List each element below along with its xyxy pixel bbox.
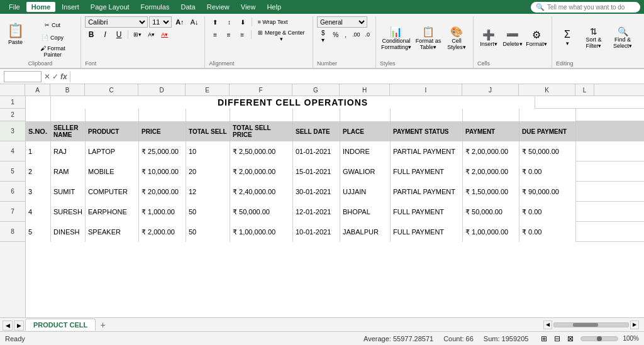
fill-color-button[interactable]: A▾ xyxy=(145,29,157,40)
align-top-button[interactable]: ⬆ xyxy=(209,16,221,28)
cell-b6[interactable]: SUMIT xyxy=(51,182,86,202)
scroll-horizontal-right[interactable]: ▶ xyxy=(630,320,639,329)
cell-d5[interactable]: ₹ 10,000.00 xyxy=(139,162,186,182)
align-middle-button[interactable]: ↕ xyxy=(223,16,235,28)
col-header-d[interactable]: D xyxy=(138,84,186,96)
cell-a7[interactable]: 4 xyxy=(26,202,51,222)
cell-j4[interactable]: ₹ 2,00,000.00 xyxy=(463,141,519,162)
cell-k5[interactable]: ₹ 0.00 xyxy=(519,162,576,182)
col-header-l[interactable]: L xyxy=(575,84,594,96)
add-sheet-button[interactable]: + xyxy=(97,319,109,331)
cell-g4[interactable]: 01-01-2021 xyxy=(293,141,340,162)
cell-h4[interactable]: INDORE xyxy=(340,141,391,162)
cell-b8[interactable]: DINESH xyxy=(51,222,86,242)
cell-b5[interactable]: RAM xyxy=(51,162,86,182)
cell-f5[interactable]: ₹ 2,00,000.00 xyxy=(230,162,293,182)
cell-d4[interactable]: ₹ 25,000.00 xyxy=(139,141,186,162)
cell-j8[interactable]: ₹ 1,00,000.00 xyxy=(463,222,519,242)
italic-button[interactable]: I xyxy=(99,29,111,40)
cell-j3[interactable]: PAYMENT xyxy=(463,121,519,141)
row-header-6[interactable]: 6 xyxy=(0,182,25,202)
sheet-tab-product-cell[interactable]: PRODUCT CELL xyxy=(25,319,96,331)
cell-h7[interactable]: BHOPAL xyxy=(340,202,391,222)
insert-menu[interactable]: Insert xyxy=(57,2,84,12)
formula-input[interactable]: S.NO. xyxy=(73,73,640,80)
row-header-8[interactable]: 8 xyxy=(0,222,25,242)
cell-e3[interactable]: TOTAL SELL xyxy=(186,121,230,141)
cell-k8[interactable]: ₹ 0.00 xyxy=(519,222,576,242)
cell-c4[interactable]: LAPTOP xyxy=(86,141,139,162)
cell-g3[interactable]: SELL DATE xyxy=(293,121,340,141)
row-header-2[interactable]: 2 xyxy=(0,109,25,121)
col-header-i[interactable]: I xyxy=(390,84,462,96)
page-layout-menu[interactable]: Page Layout xyxy=(86,2,135,12)
cell-c3[interactable]: PRODUCT xyxy=(86,121,139,141)
merge-center-button[interactable]: ⊞ Merge & Center ▾ xyxy=(254,29,309,40)
scroll-right-tab-button[interactable]: ▶ xyxy=(14,320,24,331)
cell-b2[interactable] xyxy=(51,109,86,121)
format-cells-button[interactable]: ⚙ Format▾ xyxy=(525,24,548,52)
wrap-text-button[interactable]: ≡ Wrap Text xyxy=(255,16,290,28)
cell-k6[interactable]: ₹ 90,000.00 xyxy=(519,182,576,202)
cell-b3[interactable]: SELLER NAME xyxy=(51,121,86,141)
conditional-formatting-button[interactable]: 📊 ConditionalFormatting▾ xyxy=(380,24,413,52)
row-header-4[interactable]: 4 xyxy=(0,141,25,162)
cell-g8[interactable]: 10-01-2021 xyxy=(293,222,340,242)
review-menu[interactable]: Review xyxy=(202,2,235,12)
number-format-select[interactable]: General xyxy=(317,16,367,28)
font-size-selector[interactable]: 11 xyxy=(149,16,172,28)
search-input[interactable] xyxy=(547,4,635,11)
cell-a3[interactable]: S.NO. xyxy=(26,121,51,141)
align-left-button[interactable]: ≡ xyxy=(209,29,221,40)
align-bottom-button[interactable]: ⬇ xyxy=(236,16,249,28)
cell-f4[interactable]: ₹ 2,50,000.00 xyxy=(230,141,293,162)
cell-c8[interactable]: SPEAKER xyxy=(86,222,139,242)
cell-g5[interactable]: 15-01-2021 xyxy=(293,162,340,182)
cell-j6[interactable]: ₹ 1,50,000.00 xyxy=(463,182,519,202)
bold-button[interactable]: B xyxy=(85,29,97,40)
cell-e7[interactable]: 50 xyxy=(186,202,230,222)
file-menu[interactable]: File xyxy=(4,2,25,12)
row-header-7[interactable]: 7 xyxy=(0,202,25,222)
help-menu[interactable]: Help xyxy=(262,2,286,12)
cell-e5[interactable]: 20 xyxy=(186,162,230,182)
cell-a8[interactable]: 5 xyxy=(26,222,51,242)
cell-e2[interactable] xyxy=(186,109,230,121)
format-as-table-button[interactable]: 📋 Format asTable▾ xyxy=(414,24,443,52)
percent-button[interactable]: % xyxy=(330,29,341,40)
cancel-formula-icon[interactable]: ✕ xyxy=(44,72,50,81)
cell-c6[interactable]: COMPUTER xyxy=(86,182,139,202)
align-right-button[interactable]: ≡ xyxy=(236,29,248,40)
cell-c2[interactable] xyxy=(86,109,139,121)
cell-a4[interactable]: 1 xyxy=(26,141,51,162)
cell-i4[interactable]: PARTIAL PAYMENT xyxy=(391,141,463,162)
confirm-formula-icon[interactable]: ✓ xyxy=(52,72,58,81)
row-header-1[interactable]: 1 xyxy=(0,96,25,109)
cell-i5[interactable]: FULL PAYMENT xyxy=(391,162,463,182)
col-header-b[interactable]: B xyxy=(50,84,85,96)
cell-i2[interactable] xyxy=(391,109,463,121)
format-painter-button[interactable]: 🖌 Format Painter xyxy=(28,45,77,56)
copy-button[interactable]: 📄 Copy xyxy=(28,32,77,43)
border-button[interactable]: ⊞▾ xyxy=(131,29,144,40)
sort-filter-button[interactable]: ⇅ Sort &Filter▾ xyxy=(580,24,608,52)
cell-a6[interactable]: 3 xyxy=(26,182,51,202)
cell-i8[interactable]: FULL PAYMENT xyxy=(391,222,463,242)
cell-d7[interactable]: ₹ 1,000.00 xyxy=(139,202,186,222)
insert-function-icon[interactable]: fx xyxy=(60,72,67,81)
view-menu[interactable]: View xyxy=(236,2,261,12)
cell-h3[interactable]: PLACE xyxy=(340,121,391,141)
cell-j2[interactable] xyxy=(463,109,519,121)
cell-d8[interactable]: ₹ 2,000.00 xyxy=(139,222,186,242)
cell-a2[interactable] xyxy=(26,109,51,121)
cell-c7[interactable]: EARPHONE xyxy=(86,202,139,222)
cell-b7[interactable]: SURESH xyxy=(51,202,86,222)
increase-font-button[interactable]: A↑ xyxy=(173,16,186,28)
paste-button[interactable]: 📋 Paste xyxy=(4,21,27,55)
col-header-a[interactable]: A xyxy=(25,84,50,96)
cell-h5[interactable]: GWALIOR xyxy=(340,162,391,182)
increase-decimal-button[interactable]: .00 xyxy=(350,29,362,40)
currency-button[interactable]: $ ▾ xyxy=(317,29,329,40)
cell-b4[interactable]: RAJ xyxy=(51,141,86,162)
font-selector[interactable]: Calibri xyxy=(85,16,148,28)
